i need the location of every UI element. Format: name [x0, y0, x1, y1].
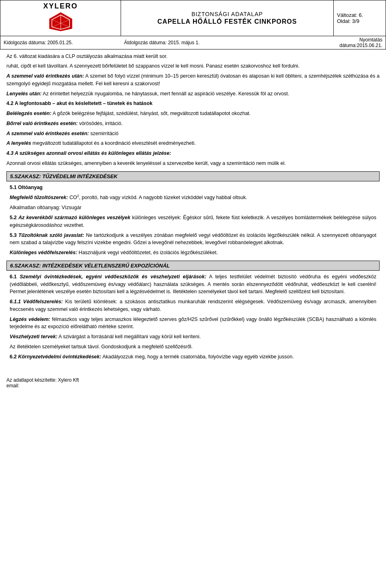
section6-header: 6.SZAKASZ: INTÉZKEDÉSEK VÉLETLENSZERŰ EX… — [6, 261, 380, 271]
szem-para: A szemmel való érintkezés esetén: szemir… — [6, 130, 380, 138]
lenyeles-bold: Lenyelés után: — [6, 91, 42, 97]
s5-1-title-text: 5.1 Oltóanyag — [10, 185, 43, 190]
page: Oldal: 3/9 — [337, 18, 382, 24]
s6-2-title-text: 6.2 — [10, 354, 16, 360]
bor-rest: vörösödés, irritáció. — [78, 121, 123, 126]
s6-1-1-para: 6.1.1 Védőfelszerelés: Kis területű kiöm… — [10, 298, 376, 313]
s5-kulonleges-para: Különleges védőfelszerelés: Használjunk … — [10, 249, 376, 257]
beleg-para: Belélegzés esetén: A gőzök belégzése fej… — [6, 110, 380, 117]
s6-1-illeetek: Az illetéktelen személyeket tartsuk távo… — [10, 343, 376, 351]
bor-para: Bőrrel való érintkezés esetén: vörösödés… — [6, 120, 380, 127]
s6-1-veszhely-para: Vészhelyzeti tervek: A szivárgást a forr… — [10, 333, 376, 341]
lenyeles2-rest: megváltozott tudatállapotot és a koordin… — [31, 140, 195, 146]
footer-line2: email: — [6, 383, 380, 389]
page: XYLERO BIZTONSÁGI ADATALAP CAPELLA HŐÁLL… — [0, 0, 386, 588]
szemmel-para: A szemmel való érintkezés után: A szemet… — [6, 72, 380, 88]
beleg-rest: A gőzök belégzése fejfájást, szédülést, … — [51, 111, 250, 116]
szem-rest: szemirritáció — [89, 131, 119, 136]
content: Az 6. változat kiadására a CLP osztályoz… — [0, 49, 386, 366]
s5-1-co2: CO — [68, 195, 77, 201]
company-name: XYLERO — [4, 2, 117, 11]
s6-1-1-rest: Kis területű kiömlések: a szokásos antis… — [10, 299, 376, 312]
s6-2-bold: Környezetvédelmi óvintézkedések: — [18, 354, 101, 360]
intro-line2: ruhát, cipőt el kell távolítani. A szenn… — [6, 62, 380, 70]
header-table: XYLERO BIZTONSÁGI ADATALAP CAPELLA HŐÁLL… — [0, 0, 386, 49]
section5-header: 5.SZAKASZ: TŰZVÉDELMI INTÉZKEDÉSEK — [6, 171, 380, 181]
s6-1-legzes-rest: félmaszkos vagy teljes arcmaszkos lélege… — [10, 317, 376, 330]
s5-kulonleges-rest: Használjunk vegyi védőöltözetet, és izol… — [77, 250, 218, 255]
lenyeles2-para: A lenyelés megváltozott tudatállapotot é… — [6, 140, 380, 147]
doc-subtitle: CAPELLA HŐÁLLÓ FESTÉK CINKPOROS — [124, 18, 330, 25]
s4-3-title: 4.3 A szükséges azonnali orvosi ellátás … — [6, 150, 380, 157]
kidolgozas: Kidolgozás dátuma: 2005.01.25. — [0, 36, 121, 49]
szem-bold: A szemmel való érintkezés esetén: — [6, 131, 89, 136]
s4-2-title: 4.2 A legfontosabb – akut és késleltetet… — [6, 100, 380, 107]
s6-1-veszhely-rest: A szivárgást a forrásánál kell megállíta… — [57, 334, 201, 339]
lenyeles-rest: Az érintettet helyezzük nyugalomba, ne h… — [42, 91, 290, 97]
s4-3-title-text: 4.3 A szükséges azonnali orvosi ellátás … — [6, 150, 171, 156]
intro-line1: Az 6. változat kiadására a CLP osztályoz… — [6, 53, 380, 60]
nyomtatas: Nyomtatás dátuma:2015.06.21. — [334, 36, 386, 49]
s6-1-legzes-bold: Légzés védelem: — [10, 317, 50, 322]
s6-1-para: 6.1 Személyi óvintézkedések, egyéni védő… — [10, 273, 376, 296]
s5-1-para: Megfelelő tűzoltószerek: CO2, poroltó, h… — [10, 193, 376, 201]
footer-line1: Az adatlapot készítette: Xylero Kft — [6, 377, 380, 383]
s5-kulonleges-bold: Különleges védőfelszerelés: — [10, 250, 77, 255]
lenyeles-para: Lenyelés után: Az érintettet helyezzük n… — [6, 90, 380, 98]
s6-1-1-bold: 6.1.1 Védőfelszerelés: — [10, 299, 63, 304]
logo-cell: XYLERO — [0, 0, 121, 36]
version: Változat: 6. — [337, 12, 382, 18]
s5-1-alkalmatlan: Alkalmatlan oltóanyag: Vízsugár — [10, 204, 376, 212]
lenyeles2-bold: A lenyelés — [6, 140, 31, 146]
s6-2-rest: Akadályozzuk meg, hogy a termék csatorná… — [101, 354, 294, 360]
doc-title: BIZTONSÁGI ADATALAP — [124, 11, 330, 17]
beleg-bold: Belélegzés esetén: — [6, 111, 51, 116]
section6-content: 6.1 Személyi óvintézkedések, egyéni védő… — [6, 273, 380, 361]
s5-2-para: 5.2 Az keverékből származó különleges ve… — [10, 214, 376, 229]
s6-1-legzes-para: Légzés védelem: félmaszkos vagy teljes a… — [10, 316, 376, 331]
s5-2-bold: Az keverékből származó különleges veszél… — [18, 215, 131, 220]
section5-content: 5.1 Oltóanyag Megfelelő tűzoltószerek: C… — [6, 184, 380, 257]
atdolgozas: Átdolgozás dátuma: 2015. május 1. — [121, 36, 334, 49]
s6-2-para: 6.2 Környezetvédelmi óvintézkedések: Aka… — [10, 353, 376, 361]
footer: Az adatlapot készítette: Xylero Kft emai… — [0, 374, 386, 392]
version-cell: Változat: 6. Oldal: 3/9 — [334, 0, 386, 36]
s5-1-rest: , poroltó, hab vagy vízköd. A nagyobb tü… — [79, 195, 247, 201]
s5-3-title-text: 5.3 — [10, 232, 16, 238]
s5-1-title: 5.1 Oltóanyag — [10, 184, 376, 191]
s4-2-title-text: 4.2 A legfontosabb – akut és késleltetet… — [6, 101, 152, 106]
s5-3-para: 5.3 Tűzoltóknak szóló javaslat: Ne tartó… — [10, 232, 376, 247]
s6-1-title-text: 6.1 — [10, 274, 16, 280]
szemmel-bold: A szemmel való érintkezés után: — [6, 73, 84, 79]
logo-icon — [49, 12, 73, 32]
title-cell: BIZTONSÁGI ADATALAP CAPELLA HŐÁLLÓ FESTÉ… — [121, 0, 334, 36]
s5-2-title-text: 5.2 — [10, 215, 16, 220]
s5-1-bold: Megfelelő tűzoltószerek: — [10, 195, 68, 201]
s5-3-bold: Tűzoltóknak szóló javaslat: — [18, 232, 84, 238]
s6-1-bold: Személyi óvintézkedések, egyéni védőeszk… — [20, 274, 206, 280]
bor-bold: Bőrrel való érintkezés esetén: — [6, 121, 78, 126]
s4-3-text: Azonnali orvosi ellátás szükséges, amenn… — [6, 160, 380, 167]
s6-1-veszhely-bold: Vészhelyzeti tervek: — [10, 334, 57, 339]
